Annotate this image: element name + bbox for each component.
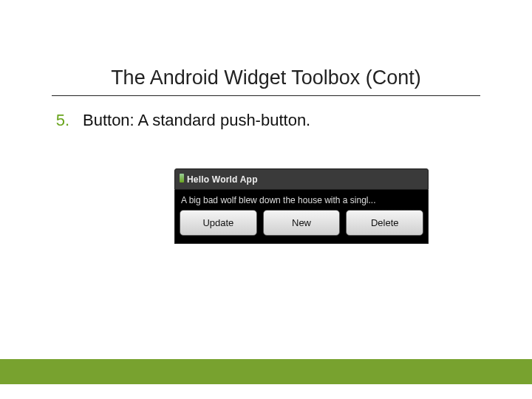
list-text: Button: A standard push-button. (83, 111, 310, 130)
title-block: The Android Widget Toolbox (Cont) (52, 66, 480, 96)
android-app-title: Hello World App (187, 174, 258, 185)
title-underline (52, 95, 480, 96)
content-body: 5. Button: A standard push-button. (52, 111, 480, 130)
delete-button[interactable]: Delete (346, 210, 423, 236)
list-item: 5. Button: A standard push-button. (52, 111, 480, 130)
slide-title: The Android Widget Toolbox (Cont) (52, 66, 480, 94)
list-number: 5. (52, 111, 69, 130)
android-text: A big bad wolf blew down the house with … (180, 193, 423, 210)
android-demo: Hello World App A big bad wolf blew down… (174, 168, 429, 244)
android-titlebar: Hello World App (174, 168, 429, 190)
footer-bar (0, 359, 532, 384)
button-row: Update New Delete (180, 210, 423, 236)
new-button[interactable]: New (263, 210, 341, 236)
update-button[interactable]: Update (180, 210, 257, 236)
android-body: A big bad wolf blew down the house with … (174, 190, 429, 244)
